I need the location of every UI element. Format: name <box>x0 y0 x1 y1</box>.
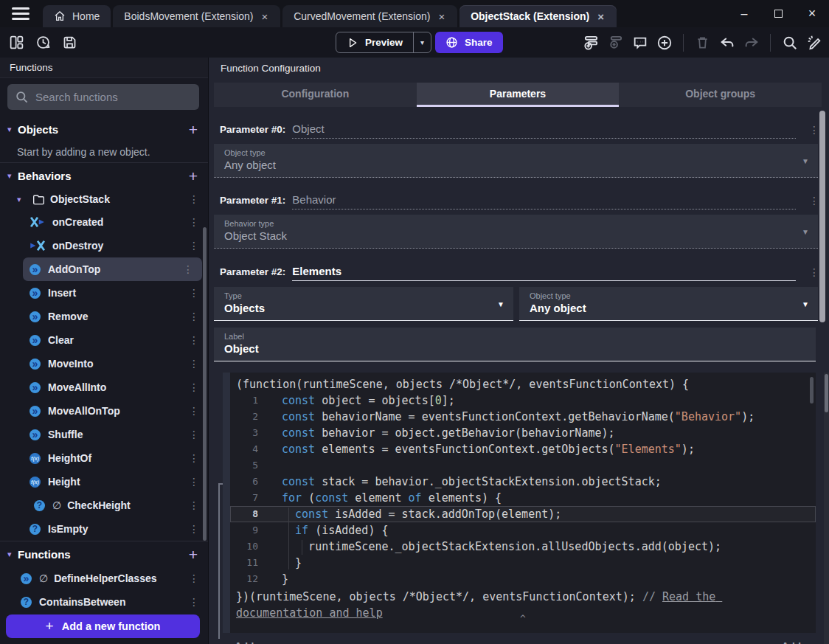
kebab-menu-icon[interactable]: ⋮ <box>189 596 198 608</box>
code-line-1[interactable]: 1const object = objects[0]; <box>230 392 816 409</box>
history-icon[interactable] <box>34 33 52 52</box>
add-circle-icon[interactable] <box>655 33 673 52</box>
function-item-clear[interactable]: » Clear ⋮ <box>0 328 208 352</box>
param-label-input[interactable]: Label Object <box>214 328 816 361</box>
function-item-moveallinto[interactable]: » MoveAllInto ⋮ <box>0 375 208 399</box>
minimize-button[interactable]: – <box>727 0 761 27</box>
function-item-height[interactable]: f(x) Height ⋮ <box>0 470 208 494</box>
kebab-menu-icon[interactable]: ⋮ <box>189 287 198 299</box>
share-button[interactable]: Share <box>435 32 503 53</box>
param-type-select[interactable]: Type Objects ▼ <box>214 287 513 321</box>
clipped-add-left[interactable]: Add <box>235 640 254 644</box>
kebab-menu-icon[interactable]: ⋮ <box>183 263 192 275</box>
add-comment-icon[interactable] <box>631 33 649 52</box>
close-icon[interactable]: × <box>596 11 606 22</box>
search-icon[interactable] <box>780 33 799 52</box>
code-line-4[interactable]: 4const elements = eventsFunctionContext.… <box>230 441 816 457</box>
function-item-insert[interactable]: » Insert ⋮ <box>0 281 208 305</box>
kebab-menu-icon[interactable]: ⋮ <box>189 334 198 346</box>
code-line-3[interactable]: 3const behavior = object.getBehavior(beh… <box>230 425 816 441</box>
code-line-6[interactable]: 6const stack = behavior._objectStackExte… <box>230 474 816 490</box>
events-scrollbar-thumb[interactable] <box>825 374 828 412</box>
code-line-11[interactable]: 11 } <box>230 555 816 571</box>
tab-home[interactable]: Home <box>43 5 111 27</box>
save-icon[interactable] <box>60 33 79 52</box>
function-item-definehelperclasses[interactable]: » ∅ DefineHelperClasses ⋮ <box>0 567 208 590</box>
undo-icon[interactable] <box>718 33 736 52</box>
code-line-7[interactable]: 7for (const element of elements) { <box>230 490 816 506</box>
code-line-10[interactable]: 10 runtimeScene._objectStackExtension.al… <box>230 539 816 555</box>
kebab-menu-icon[interactable]: ⋮ <box>189 572 198 584</box>
chevron-down-icon[interactable]: ▾ <box>7 550 18 559</box>
add-event-icon[interactable] <box>582 33 600 52</box>
maximize-button[interactable] <box>761 0 795 27</box>
chevron-down-icon[interactable]: ▾ <box>17 195 27 204</box>
kebab-menu-icon[interactable]: ⋮ <box>189 405 198 417</box>
parameter-name-input[interactable]: Object <box>292 122 796 139</box>
magic-edit-icon[interactable] <box>805 33 823 52</box>
expand-caret-icon[interactable]: ^ <box>520 613 526 624</box>
param-object-type-select[interactable]: Object type Any object ▼ <box>519 287 818 321</box>
sidebar-scrollbar[interactable] <box>203 227 207 541</box>
parameters-scrollbar[interactable] <box>819 111 825 322</box>
function-item-remove[interactable]: » Remove ⋮ <box>0 305 208 328</box>
kebab-menu-icon[interactable]: ⋮ <box>189 240 198 252</box>
preview-button[interactable]: Preview ▾ <box>336 32 431 53</box>
function-item-isempty[interactable]: ? IsEmpty ⋮ <box>0 517 208 541</box>
clipped-add-right[interactable]: Add <box>782 640 801 644</box>
panels-layout-icon[interactable] <box>7 33 26 52</box>
function-item-containsbetween[interactable]: ? ContainsBetween ⋮ <box>0 590 208 614</box>
kebab-menu-icon[interactable]: ⋮ <box>189 476 198 488</box>
kebab-menu-icon[interactable]: ⋮ <box>809 266 818 281</box>
behavior-type-select[interactable]: Behavior type Object Stack ▼ <box>214 215 818 249</box>
parameter-name-input[interactable]: Elements <box>292 265 796 281</box>
kebab-menu-icon[interactable]: ⋮ <box>189 216 198 228</box>
add-behavior-button[interactable]: + <box>189 168 198 184</box>
hamburger-menu-icon[interactable] <box>12 7 30 20</box>
code-line-12[interactable]: 12} <box>230 571 816 587</box>
search-input[interactable] <box>7 84 199 110</box>
code-editor-scrollbar[interactable] <box>810 377 814 404</box>
chevron-down-icon[interactable]: ▾ <box>7 171 18 181</box>
tab-parameters[interactable]: Parameters <box>417 83 620 107</box>
kebab-menu-icon[interactable]: ⋮ <box>809 124 818 139</box>
delete-icon[interactable] <box>693 33 712 52</box>
kebab-menu-icon[interactable]: ⋮ <box>189 499 198 511</box>
object-type-select[interactable]: Object type Any object ▼ <box>214 144 818 178</box>
kebab-menu-icon[interactable]: ⋮ <box>809 195 818 210</box>
tab-objectstack[interactable]: ObjectStack (Extension) × <box>459 5 617 27</box>
kebab-menu-icon[interactable]: ⋮ <box>189 381 198 393</box>
close-window-button[interactable]: × <box>795 0 829 27</box>
add-function-plus-button[interactable]: + <box>189 547 198 562</box>
kebab-menu-icon[interactable]: ⋮ <box>189 429 198 440</box>
tab-boidsmovement[interactable]: BoidsMovement (Extension) × <box>113 5 280 27</box>
kebab-menu-icon[interactable]: ⋮ <box>189 193 198 205</box>
tab-configuration[interactable]: Configuration <box>214 83 417 107</box>
function-item-ondestroy[interactable]: onDestroy ⋮ <box>0 234 208 257</box>
function-item-addontop[interactable]: » AddOnTop ⋮ <box>23 257 202 281</box>
close-icon[interactable]: × <box>260 11 269 22</box>
close-icon[interactable]: × <box>437 11 446 22</box>
function-item-checkheight[interactable]: ? ∅ CheckHeight ⋮ <box>0 494 208 517</box>
function-item-moveallontop[interactable]: » MoveAllOnTop ⋮ <box>0 399 208 423</box>
kebab-menu-icon[interactable]: ⋮ <box>189 523 198 535</box>
kebab-menu-icon[interactable]: ⋮ <box>189 311 198 322</box>
code-line-5[interactable]: 5 <box>230 457 816 474</box>
section-functions[interactable]: ▾ Functions + <box>0 541 208 567</box>
add-new-function-button[interactable]: + Add a new function <box>6 614 200 638</box>
parameter-name-input[interactable]: Behavior <box>292 193 796 210</box>
preview-dropdown-button[interactable]: ▾ <box>413 32 431 52</box>
code-line-8[interactable]: 8 const isAdded = stack.addOnTop(element… <box>230 506 816 522</box>
events-scrollbar-track[interactable] <box>824 373 829 644</box>
chevron-down-icon[interactable]: ▾ <box>7 125 18 134</box>
function-item-shuffle[interactable]: » Shuffle ⋮ <box>0 423 208 446</box>
kebab-menu-icon[interactable]: ⋮ <box>189 358 198 370</box>
function-item-moveinto[interactable]: » MoveInto ⋮ <box>0 352 208 375</box>
code-line-2[interactable]: 2const behaviorName = eventsFunctionCont… <box>230 409 816 425</box>
code-line-9[interactable]: 9 if (isAdded) { <box>230 522 816 539</box>
tab-curvedmovement[interactable]: CurvedMovement (Extension) × <box>282 5 457 27</box>
js-code-editor[interactable]: (function(runtimeScene, objects /*Object… <box>230 373 816 633</box>
add-object-button[interactable]: + <box>189 122 198 137</box>
kebab-menu-icon[interactable]: ⋮ <box>189 452 198 464</box>
section-objects[interactable]: ▾ Objects + <box>0 117 208 142</box>
